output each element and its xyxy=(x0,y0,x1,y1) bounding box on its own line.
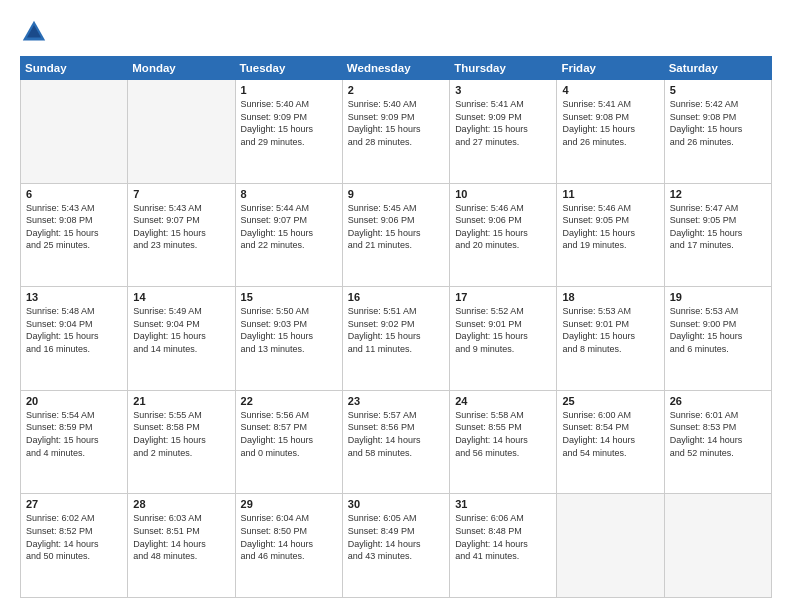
calendar-week-3: 13Sunrise: 5:48 AM Sunset: 9:04 PM Dayli… xyxy=(21,287,772,391)
day-number: 12 xyxy=(670,188,766,200)
day-number: 17 xyxy=(455,291,551,303)
calendar-cell: 3Sunrise: 5:41 AM Sunset: 9:09 PM Daylig… xyxy=(450,80,557,184)
day-number: 11 xyxy=(562,188,658,200)
col-header-tuesday: Tuesday xyxy=(235,57,342,80)
calendar-cell: 19Sunrise: 5:53 AM Sunset: 9:00 PM Dayli… xyxy=(664,287,771,391)
page: SundayMondayTuesdayWednesdayThursdayFrid… xyxy=(0,0,792,612)
calendar-cell: 22Sunrise: 5:56 AM Sunset: 8:57 PM Dayli… xyxy=(235,390,342,494)
calendar-cell: 9Sunrise: 5:45 AM Sunset: 9:06 PM Daylig… xyxy=(342,183,449,287)
calendar-cell: 5Sunrise: 5:42 AM Sunset: 9:08 PM Daylig… xyxy=(664,80,771,184)
day-info: Sunrise: 5:43 AM Sunset: 9:07 PM Dayligh… xyxy=(133,202,229,252)
calendar-cell: 27Sunrise: 6:02 AM Sunset: 8:52 PM Dayli… xyxy=(21,494,128,598)
calendar-cell: 7Sunrise: 5:43 AM Sunset: 9:07 PM Daylig… xyxy=(128,183,235,287)
day-info: Sunrise: 5:40 AM Sunset: 9:09 PM Dayligh… xyxy=(348,98,444,148)
calendar-cell: 8Sunrise: 5:44 AM Sunset: 9:07 PM Daylig… xyxy=(235,183,342,287)
calendar-cell: 13Sunrise: 5:48 AM Sunset: 9:04 PM Dayli… xyxy=(21,287,128,391)
day-info: Sunrise: 5:51 AM Sunset: 9:02 PM Dayligh… xyxy=(348,305,444,355)
logo xyxy=(20,18,52,46)
day-info: Sunrise: 5:41 AM Sunset: 9:08 PM Dayligh… xyxy=(562,98,658,148)
day-info: Sunrise: 5:52 AM Sunset: 9:01 PM Dayligh… xyxy=(455,305,551,355)
calendar-cell: 6Sunrise: 5:43 AM Sunset: 9:08 PM Daylig… xyxy=(21,183,128,287)
calendar-cell: 2Sunrise: 5:40 AM Sunset: 9:09 PM Daylig… xyxy=(342,80,449,184)
day-info: Sunrise: 5:56 AM Sunset: 8:57 PM Dayligh… xyxy=(241,409,337,459)
day-number: 24 xyxy=(455,395,551,407)
day-info: Sunrise: 5:49 AM Sunset: 9:04 PM Dayligh… xyxy=(133,305,229,355)
day-number: 22 xyxy=(241,395,337,407)
calendar-week-1: 1Sunrise: 5:40 AM Sunset: 9:09 PM Daylig… xyxy=(21,80,772,184)
calendar-cell: 12Sunrise: 5:47 AM Sunset: 9:05 PM Dayli… xyxy=(664,183,771,287)
calendar-cell: 18Sunrise: 5:53 AM Sunset: 9:01 PM Dayli… xyxy=(557,287,664,391)
day-number: 27 xyxy=(26,498,122,510)
day-number: 8 xyxy=(241,188,337,200)
calendar-cell: 30Sunrise: 6:05 AM Sunset: 8:49 PM Dayli… xyxy=(342,494,449,598)
day-number: 14 xyxy=(133,291,229,303)
day-number: 28 xyxy=(133,498,229,510)
calendar-cell: 28Sunrise: 6:03 AM Sunset: 8:51 PM Dayli… xyxy=(128,494,235,598)
day-number: 20 xyxy=(26,395,122,407)
calendar-cell xyxy=(557,494,664,598)
day-number: 5 xyxy=(670,84,766,96)
col-header-thursday: Thursday xyxy=(450,57,557,80)
day-number: 6 xyxy=(26,188,122,200)
day-info: Sunrise: 5:55 AM Sunset: 8:58 PM Dayligh… xyxy=(133,409,229,459)
day-number: 15 xyxy=(241,291,337,303)
day-number: 16 xyxy=(348,291,444,303)
calendar-cell: 10Sunrise: 5:46 AM Sunset: 9:06 PM Dayli… xyxy=(450,183,557,287)
day-info: Sunrise: 6:03 AM Sunset: 8:51 PM Dayligh… xyxy=(133,512,229,562)
day-number: 7 xyxy=(133,188,229,200)
day-number: 25 xyxy=(562,395,658,407)
day-info: Sunrise: 6:04 AM Sunset: 8:50 PM Dayligh… xyxy=(241,512,337,562)
day-number: 31 xyxy=(455,498,551,510)
calendar-cell: 15Sunrise: 5:50 AM Sunset: 9:03 PM Dayli… xyxy=(235,287,342,391)
day-info: Sunrise: 5:46 AM Sunset: 9:05 PM Dayligh… xyxy=(562,202,658,252)
day-info: Sunrise: 5:44 AM Sunset: 9:07 PM Dayligh… xyxy=(241,202,337,252)
logo-icon xyxy=(20,18,48,46)
calendar-header-row: SundayMondayTuesdayWednesdayThursdayFrid… xyxy=(21,57,772,80)
day-number: 4 xyxy=(562,84,658,96)
calendar-cell xyxy=(21,80,128,184)
day-info: Sunrise: 6:01 AM Sunset: 8:53 PM Dayligh… xyxy=(670,409,766,459)
day-info: Sunrise: 5:41 AM Sunset: 9:09 PM Dayligh… xyxy=(455,98,551,148)
calendar-week-2: 6Sunrise: 5:43 AM Sunset: 9:08 PM Daylig… xyxy=(21,183,772,287)
day-info: Sunrise: 6:05 AM Sunset: 8:49 PM Dayligh… xyxy=(348,512,444,562)
calendar-cell xyxy=(664,494,771,598)
day-number: 29 xyxy=(241,498,337,510)
day-info: Sunrise: 5:58 AM Sunset: 8:55 PM Dayligh… xyxy=(455,409,551,459)
day-number: 21 xyxy=(133,395,229,407)
day-info: Sunrise: 5:48 AM Sunset: 9:04 PM Dayligh… xyxy=(26,305,122,355)
col-header-saturday: Saturday xyxy=(664,57,771,80)
day-number: 26 xyxy=(670,395,766,407)
day-number: 18 xyxy=(562,291,658,303)
day-info: Sunrise: 5:50 AM Sunset: 9:03 PM Dayligh… xyxy=(241,305,337,355)
day-number: 23 xyxy=(348,395,444,407)
calendar-table: SundayMondayTuesdayWednesdayThursdayFrid… xyxy=(20,56,772,598)
day-info: Sunrise: 6:00 AM Sunset: 8:54 PM Dayligh… xyxy=(562,409,658,459)
calendar-cell: 26Sunrise: 6:01 AM Sunset: 8:53 PM Dayli… xyxy=(664,390,771,494)
day-number: 3 xyxy=(455,84,551,96)
calendar-week-4: 20Sunrise: 5:54 AM Sunset: 8:59 PM Dayli… xyxy=(21,390,772,494)
day-number: 1 xyxy=(241,84,337,96)
day-info: Sunrise: 6:02 AM Sunset: 8:52 PM Dayligh… xyxy=(26,512,122,562)
calendar-cell: 17Sunrise: 5:52 AM Sunset: 9:01 PM Dayli… xyxy=(450,287,557,391)
day-info: Sunrise: 5:45 AM Sunset: 9:06 PM Dayligh… xyxy=(348,202,444,252)
day-info: Sunrise: 5:46 AM Sunset: 9:06 PM Dayligh… xyxy=(455,202,551,252)
day-info: Sunrise: 6:06 AM Sunset: 8:48 PM Dayligh… xyxy=(455,512,551,562)
calendar-cell: 23Sunrise: 5:57 AM Sunset: 8:56 PM Dayli… xyxy=(342,390,449,494)
col-header-monday: Monday xyxy=(128,57,235,80)
calendar-cell: 14Sunrise: 5:49 AM Sunset: 9:04 PM Dayli… xyxy=(128,287,235,391)
calendar-cell: 29Sunrise: 6:04 AM Sunset: 8:50 PM Dayli… xyxy=(235,494,342,598)
calendar-cell: 20Sunrise: 5:54 AM Sunset: 8:59 PM Dayli… xyxy=(21,390,128,494)
day-info: Sunrise: 5:47 AM Sunset: 9:05 PM Dayligh… xyxy=(670,202,766,252)
day-number: 13 xyxy=(26,291,122,303)
day-info: Sunrise: 5:53 AM Sunset: 9:01 PM Dayligh… xyxy=(562,305,658,355)
day-info: Sunrise: 5:57 AM Sunset: 8:56 PM Dayligh… xyxy=(348,409,444,459)
header xyxy=(20,18,772,46)
day-info: Sunrise: 5:43 AM Sunset: 9:08 PM Dayligh… xyxy=(26,202,122,252)
col-header-friday: Friday xyxy=(557,57,664,80)
day-number: 2 xyxy=(348,84,444,96)
calendar-cell: 1Sunrise: 5:40 AM Sunset: 9:09 PM Daylig… xyxy=(235,80,342,184)
calendar-week-5: 27Sunrise: 6:02 AM Sunset: 8:52 PM Dayli… xyxy=(21,494,772,598)
calendar-cell: 16Sunrise: 5:51 AM Sunset: 9:02 PM Dayli… xyxy=(342,287,449,391)
day-info: Sunrise: 5:54 AM Sunset: 8:59 PM Dayligh… xyxy=(26,409,122,459)
calendar-cell: 21Sunrise: 5:55 AM Sunset: 8:58 PM Dayli… xyxy=(128,390,235,494)
